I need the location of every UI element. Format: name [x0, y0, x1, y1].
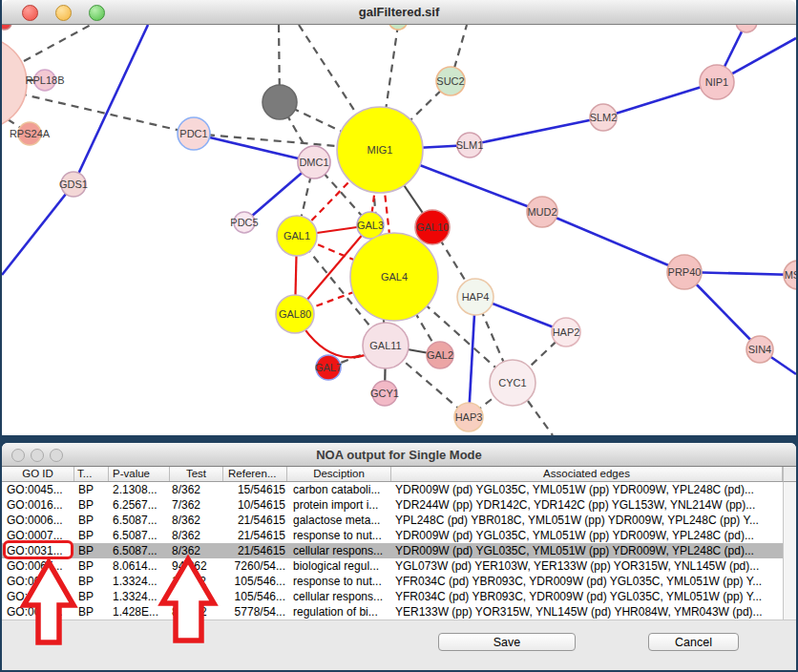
node-label-GAL7: GAL7 [315, 362, 342, 373]
table-row-4[interactable]: GO:0031...BP6.5087...8/36221/54615cellul… [2, 543, 783, 558]
cell-1-1: BP [74, 497, 109, 513]
cell-4-4: 21/54615 [223, 543, 287, 558]
close-button[interactable] [22, 5, 38, 21]
node-label-HAP4: HAP4 [462, 291, 490, 303]
cell-4-0: GO:0031... [2, 543, 74, 558]
column-header-1[interactable]: T... [74, 467, 109, 481]
table-row-3[interactable]: GO:0007...BP6.5087...8/36221/54615respon… [2, 528, 783, 543]
cell-3-1: BP [74, 528, 109, 543]
cell-3-5: response to nut... [287, 528, 391, 543]
cell-4-3: 8/362 [170, 543, 223, 558]
minimize-button[interactable] [55, 5, 72, 21]
cell-7-3: 11/362 [170, 589, 223, 604]
cell-2-0: GO:0006... [2, 513, 74, 528]
cell-8-0: GO:0050... [2, 604, 74, 620]
node-label-SIN4: SIN4 [748, 344, 771, 355]
cell-5-2: 8.0614... [109, 558, 170, 574]
column-header-6[interactable]: Associated edges [391, 467, 783, 481]
node-label-SUC2: SUC2 [436, 75, 464, 87]
cell-1-5: protein import i... [287, 497, 391, 513]
cell-2-3: 8/362 [170, 513, 223, 528]
node-gray-node[interactable] [262, 85, 297, 119]
zoom-button[interactable] [89, 5, 105, 21]
cell-0-3: 8/362 [170, 482, 223, 497]
cancel-button[interactable]: Cancel [648, 633, 739, 651]
table-row-8[interactable]: GO:0050...BP1.428E...80/3625778/54...reg… [2, 604, 783, 620]
node-label-MSL1: MSL1 [785, 269, 796, 281]
cell-5-6: YGL073W (pd) YER103W, YER133W (pp) YOR31… [391, 558, 783, 574]
table-row-0[interactable]: GO:0045...BP2.1308...8/36215/54615carbon… [2, 482, 783, 497]
cell-7-1: BP [74, 589, 109, 604]
cell-1-4: 10/54615 [223, 497, 287, 513]
node-label-SLM2: SLM2 [590, 112, 618, 123]
cell-7-0: GO:0031... [2, 589, 74, 604]
table-row-1[interactable]: GO:0016...BP6.2567...7/36210/54615protei… [2, 497, 783, 513]
node-label-MUD2: MUD2 [527, 206, 556, 218]
save-button[interactable]: Save [438, 633, 576, 651]
cell-4-1: BP [74, 543, 109, 558]
table-row-7[interactable]: GO:0031...BP1.3324...11/362105/546...cel… [2, 589, 783, 604]
node-green-top[interactable] [388, 25, 408, 30]
table-row-2[interactable]: GO:0006...BP6.5087...8/36221/54615galact… [2, 513, 783, 528]
node-label-GAL2: GAL2 [427, 349, 453, 361]
cell-1-2: 6.2567... [109, 497, 170, 513]
cell-6-6: YFR034C (pd) YBR093C, YDR009W (pd) YGL03… [391, 574, 783, 589]
noa-window-titlebar[interactable]: NOA output for Single Mode [2, 443, 796, 467]
node-label-NIP1: NIP1 [705, 76, 728, 88]
node-label-GAL10: GAL10 [416, 221, 449, 233]
cell-6-1: BP [74, 574, 109, 589]
cell-3-6: YDR009W (pd) YGL035C, YML051W (pp) YDR00… [391, 528, 783, 543]
cell-2-1: BP [74, 513, 109, 528]
edge-blue-5 [470, 117, 603, 145]
edge-blue-10 [542, 212, 684, 272]
table-row-5[interactable]: GO:0065...BP8.0614...94/3627260/54...bio… [2, 558, 783, 574]
node-label-HAP2: HAP2 [553, 326, 580, 338]
column-header-5[interactable]: Desciption [287, 467, 391, 481]
column-header-0[interactable]: GO ID [2, 467, 74, 481]
network-window-title: galFiltered.sif [359, 5, 440, 19]
node-label-GAL3: GAL3 [357, 220, 384, 231]
network-window: galFiltered.sif RPL18BRPS24AGDS1PDC1DMC1… [2, 0, 796, 435]
node-top-right-pink[interactable] [736, 25, 757, 32]
cell-1-0: GO:0016... [2, 497, 74, 513]
node-label-SLM1: SLM1 [456, 139, 484, 151]
column-header-4[interactable]: Referen... [223, 467, 287, 481]
cell-3-4: 21/54615 [223, 528, 287, 543]
cell-8-2: 1.428E... [109, 604, 170, 620]
noa-window-title: NOA output for Single Mode [316, 448, 482, 462]
cell-6-5: response to nut... [287, 574, 391, 589]
edge-blue-1 [2, 184, 74, 275]
column-header-3[interactable]: Test [170, 467, 223, 481]
cell-2-4: 21/54615 [223, 513, 287, 528]
cell-0-2: 2.1308... [109, 482, 170, 497]
cell-0-4: 15/54615 [223, 482, 287, 497]
cell-7-6: YFR034C (pd) YBR093C, YDR009W (pd) YGL03… [391, 589, 783, 604]
network-window-titlebar[interactable]: galFiltered.sif [2, 0, 796, 25]
node-big-pink[interactable] [2, 37, 27, 129]
node-label-PDC5: PDC5 [230, 217, 258, 228]
cell-3-2: 6.5087... [109, 528, 170, 543]
node-corner-red[interactable] [2, 25, 11, 30]
table-header-corner [783, 467, 796, 482]
node-label-PRP40: PRP40 [668, 266, 702, 278]
noa-footer: Save Cancel [2, 620, 796, 670]
zoom-button-inactive[interactable] [50, 449, 63, 462]
column-header-2[interactable]: P-value [109, 467, 170, 481]
cell-1-3: 7/362 [170, 497, 223, 513]
close-button-inactive[interactable] [11, 449, 25, 462]
cell-1-6: YDR244W (pp) YDR142C, YDR142C (pp) YGL15… [391, 497, 783, 513]
cell-3-3: 8/362 [170, 528, 223, 543]
cell-2-6: YPL248C (pd) YBR018C, YML051W (pp) YDR00… [391, 513, 783, 528]
table-row-6[interactable]: GO:0031...BP1.3324...11/362105/546...res… [2, 574, 783, 589]
cell-8-3: 80/362 [170, 604, 223, 620]
network-canvas[interactable]: RPL18BRPS24AGDS1PDC1DMC1PDC5SUC2MIG1SLM1… [2, 25, 796, 435]
cell-2-2: 6.5087... [109, 513, 170, 528]
vertical-scrollbar[interactable] [783, 482, 796, 620]
node-label-GCY1: GCY1 [370, 388, 399, 399]
minimize-button-inactive[interactable] [31, 449, 44, 462]
cell-7-5: cellular respons... [287, 589, 391, 604]
cell-0-1: BP [74, 482, 109, 497]
edge-blue-0 [74, 25, 148, 184]
node-label-RPL18B: RPL18B [26, 74, 65, 86]
edge-dash-16 [24, 25, 91, 61]
